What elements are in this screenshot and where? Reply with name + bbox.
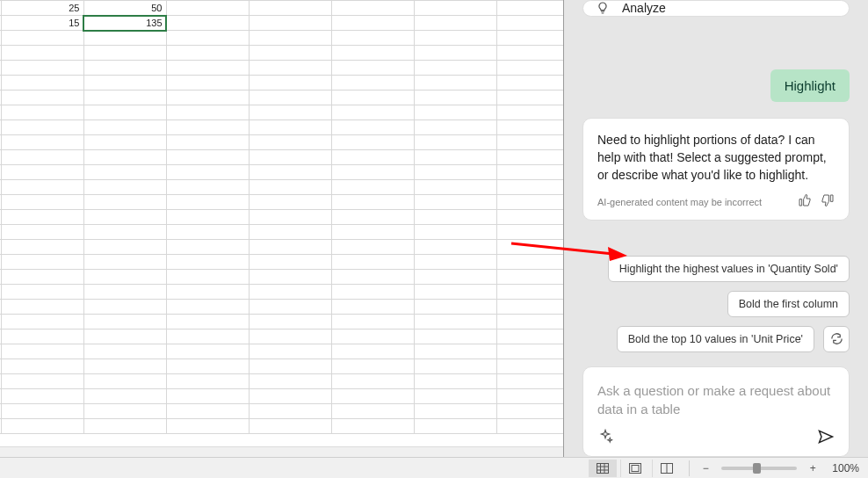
- cell[interactable]: [331, 91, 414, 105]
- cell[interactable]: [249, 404, 331, 419]
- cell[interactable]: [331, 300, 414, 315]
- cell[interactable]: [1, 240, 83, 255]
- cell[interactable]: [331, 255, 414, 270]
- cell[interactable]: [83, 210, 166, 225]
- cell[interactable]: [249, 359, 331, 374]
- cell[interactable]: [1, 180, 83, 195]
- cell[interactable]: [1, 195, 83, 210]
- cell[interactable]: [166, 150, 249, 165]
- cell[interactable]: 50: [83, 1, 166, 16]
- cell[interactable]: [83, 344, 166, 359]
- cell[interactable]: 25: [1, 1, 83, 16]
- cell[interactable]: [496, 195, 563, 210]
- zoom-percent-label[interactable]: 100%: [832, 462, 859, 474]
- cell[interactable]: [496, 330, 563, 344]
- cell[interactable]: [166, 120, 249, 135]
- cell[interactable]: [414, 46, 496, 61]
- send-icon[interactable]: [817, 428, 835, 445]
- cell[interactable]: [249, 105, 331, 120]
- cell[interactable]: [1, 404, 83, 419]
- refresh-suggestions-button[interactable]: [823, 326, 850, 352]
- cell[interactable]: [331, 240, 414, 255]
- cell[interactable]: [414, 150, 496, 165]
- cell[interactable]: [166, 61, 249, 76]
- cell[interactable]: [1, 150, 83, 165]
- cell[interactable]: [166, 1, 249, 16]
- spreadsheet-area[interactable]: 255015135: [0, 0, 564, 457]
- cell[interactable]: [1, 46, 83, 61]
- cell[interactable]: [496, 389, 563, 404]
- cell[interactable]: [83, 374, 166, 389]
- cell[interactable]: [249, 120, 331, 135]
- cell[interactable]: [331, 389, 414, 404]
- cell[interactable]: [496, 270, 563, 285]
- cell[interactable]: [83, 225, 166, 240]
- cell[interactable]: [166, 180, 249, 195]
- cell[interactable]: [414, 330, 496, 344]
- cell[interactable]: [414, 76, 496, 91]
- cell[interactable]: [166, 389, 249, 404]
- prompt-input[interactable]: Ask a question or make a request about d…: [597, 381, 835, 418]
- cell[interactable]: [83, 195, 166, 210]
- cell[interactable]: [166, 270, 249, 285]
- sheet-tabs-strip[interactable]: [0, 446, 563, 457]
- cell[interactable]: [249, 31, 331, 46]
- cell[interactable]: [496, 344, 563, 359]
- cell[interactable]: [496, 16, 563, 31]
- cell[interactable]: [83, 300, 166, 315]
- cell[interactable]: [249, 150, 331, 165]
- cell[interactable]: [83, 180, 166, 195]
- cell[interactable]: [496, 225, 563, 240]
- suggestion-chip-bold-first-column[interactable]: Bold the first column: [727, 291, 850, 317]
- cell[interactable]: [1, 135, 83, 150]
- cell[interactable]: [83, 404, 166, 419]
- cell[interactable]: [496, 404, 563, 419]
- cell[interactable]: [331, 419, 414, 434]
- cell[interactable]: [496, 255, 563, 270]
- cell[interactable]: [166, 210, 249, 225]
- cell[interactable]: [166, 195, 249, 210]
- cell[interactable]: [1, 300, 83, 315]
- cell[interactable]: [414, 255, 496, 270]
- cell[interactable]: [1, 91, 83, 105]
- cell[interactable]: [166, 419, 249, 434]
- cell[interactable]: [331, 359, 414, 374]
- cell[interactable]: [249, 76, 331, 91]
- cell[interactable]: [414, 31, 496, 46]
- cell[interactable]: [83, 61, 166, 76]
- cell[interactable]: [249, 135, 331, 150]
- zoom-slider[interactable]: [721, 467, 797, 470]
- cell[interactable]: [166, 31, 249, 46]
- cell[interactable]: [496, 359, 563, 374]
- cell[interactable]: [331, 31, 414, 46]
- cell[interactable]: [414, 240, 496, 255]
- cell[interactable]: [1, 285, 83, 300]
- cell[interactable]: [414, 315, 496, 330]
- cell[interactable]: [83, 135, 166, 150]
- cell[interactable]: [496, 240, 563, 255]
- view-page-break-button[interactable]: [652, 460, 680, 477]
- cell[interactable]: [249, 300, 331, 315]
- cell[interactable]: [249, 165, 331, 180]
- cell[interactable]: 135: [83, 16, 166, 31]
- cell[interactable]: [83, 120, 166, 135]
- thumbs-up-icon[interactable]: [798, 193, 812, 211]
- cell[interactable]: [166, 135, 249, 150]
- cell[interactable]: [1, 105, 83, 120]
- cell[interactable]: [83, 91, 166, 105]
- cell[interactable]: [166, 404, 249, 419]
- cell[interactable]: [496, 135, 563, 150]
- cell[interactable]: [414, 1, 496, 16]
- cell[interactable]: [166, 359, 249, 374]
- cell[interactable]: [1, 359, 83, 374]
- cell[interactable]: [331, 195, 414, 210]
- analyze-card[interactable]: Analyze: [582, 0, 850, 17]
- cell[interactable]: [166, 46, 249, 61]
- zoom-out-button[interactable]: −: [698, 462, 712, 474]
- cell[interactable]: [249, 180, 331, 195]
- cell[interactable]: [1, 255, 83, 270]
- cell[interactable]: [496, 150, 563, 165]
- cell[interactable]: [249, 419, 331, 434]
- cell[interactable]: [1, 120, 83, 135]
- cell[interactable]: [496, 300, 563, 315]
